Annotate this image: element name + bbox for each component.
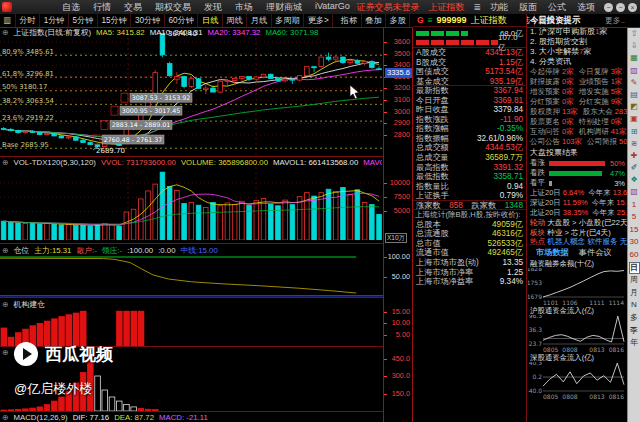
menu-选项[interactable]: 选项 [577,1,595,14]
minimize-button[interactable]: − [604,3,613,12]
pattern-view-icon[interactable]: ▨ [629,65,640,77]
menu-iVatarGo[interactable]: iVatarGo [315,1,350,14]
period-日线[interactable]: 日线 [198,14,222,27]
period-周线[interactable]: 周线 [223,14,247,27]
panel-icon[interactable]: ▣ [629,113,640,125]
quote-row-上海市场市净率[interactable]: 上海市场市净率1.25 [413,268,526,278]
tip-row-2[interactable]: 2. 股指期货交割 [528,37,627,47]
stat-row-股票更名[interactable]: 股票更名0家特别处理0家 [528,117,627,127]
grid-view-icon[interactable]: ▦ [629,52,640,64]
stat-row-分红预案[interactable]: 分红预案0家分红实施9家 [528,97,627,107]
draw-icon[interactable]: ✎ [629,77,640,89]
side-period-1[interactable]: 1 [629,199,640,212]
quote-row-基金成交[interactable]: 基金成交935.19亿 [413,77,526,87]
stat-row-财报披露[interactable]: 财报披露0家业绩预告1家 [528,77,627,87]
quote-row-总股本[interactable]: 总股本49059亿 [413,220,526,230]
theme-icon[interactable]: ❖ [629,174,640,186]
scroll-down-icon[interactable]: ⇩ [629,40,640,52]
restore-button[interactable]: − [616,3,625,12]
quote-row-B股成交[interactable]: B股成交1.15亿 [413,58,526,68]
perf-row-上证20日[interactable]: 上证20日6.64%今年来13.61% [528,188,627,198]
menu-市场[interactable]: 市场 [235,1,253,14]
quote-row-上海市场净益率[interactable]: 上海市场净益率9.34% [413,277,526,287]
login-status[interactable]: 证券交易未登录 [356,1,419,14]
side-period-N[interactable]: N [629,299,640,312]
period-60分钟[interactable]: 60分钟 [165,14,198,27]
side-period-30[interactable]: 30 [629,236,640,249]
indicator-toggle-icon[interactable]: ⊕ [2,246,9,256]
side-period-年[interactable]: 年 [629,337,640,350]
side-period-60[interactable]: 60 [629,249,640,262]
mini-chart-2[interactable]: 40.30.2-40.00805080808130816 [528,362,627,400]
quote-row-最低指数[interactable]: 最低指数3358.71 [413,172,526,182]
side-period-月[interactable]: 月 [629,287,640,300]
quote-row-总流通股[interactable]: 总流通股46316亿 [413,229,526,239]
add-window-icon[interactable]: ⊞ [629,126,640,138]
quote-row-流通市值[interactable]: 流通市值492465亿 [413,248,526,258]
side-period-多[interactable]: 多 [629,312,640,325]
list-view-icon[interactable]: ▤ [629,89,640,101]
more-link[interactable]: 更多.. [605,15,625,26]
side-period-5[interactable]: 5 [629,211,640,224]
stat-row-今起停牌[interactable]: 今起停牌2家今日复牌3家 [528,67,627,77]
side-period-日[interactable]: 日 [629,262,640,275]
advance-decline-row[interactable]: 涨家数858跌家数1348 [413,201,526,211]
quote-row-昨日收盘[interactable]: 昨日收盘3379.84 [413,105,526,115]
current-symbol-status[interactable]: 上证指数 [428,1,464,14]
crosshair-icon[interactable]: ✚ [629,150,640,162]
mini-chart-0[interactable]: 1828175316791101110611111114 [528,268,627,306]
layout-list-icon[interactable]: ≣ [473,2,481,12]
volume-chart[interactable] [0,167,383,240]
tip-row-1[interactable]: 1. 沪深可申购新股 1 家 [528,27,627,37]
menu-期权交易[interactable]: 期权交易 [155,1,191,14]
symbol-header[interactable]: G ≡ 999999 上证指数 [413,14,526,27]
menu-版面[interactable]: 版面 [519,1,537,14]
quote-row-总成交额[interactable]: 总成交额4344.53亿 [413,143,526,153]
quote-row-指数涨幅[interactable]: 指数涨幅-0.35% [413,124,526,134]
menu-自选[interactable]: 自选 [62,1,80,14]
tool-多股[interactable]: 多股 [386,14,410,27]
menu-公式[interactable]: 公式 [548,1,566,14]
shade-icon[interactable]: ▧ [629,186,640,198]
perf-row-深证20日[interactable]: 深证20日11.59%今年来15.89% [528,198,627,208]
tip-row-4[interactable]: 4. 分类资讯 [528,57,627,67]
stat-row-公司公告[interactable]: 公司公告103家公司简报50家 [528,137,627,147]
side-period-15[interactable]: 15 [629,224,640,237]
stat-row-股权质押[interactable]: 股权质押13家股东大会283家 [528,107,627,117]
quote-row-最新指数[interactable]: 最新指数3367.94 [413,86,526,96]
close-button[interactable]: × [628,3,637,12]
rotation-row-板块[interactable]: 板块种业 > 芯片(已4天) [528,228,627,238]
menu-理财商城[interactable]: 理财商城 [266,1,302,14]
rotation-row-轮动[interactable]: 轮动大盘股 > 小盘股(已22天) [528,218,627,228]
quote-row-指数涨跌[interactable]: 指数涨跌-11.90 [413,115,526,125]
period-1分钟[interactable]: 1分钟 [40,14,69,27]
stat-row-增发预案[interactable]: 增发预案0家增发实施5家 [528,87,627,97]
indicator-toggle-icon[interactable]: ⊕ [2,158,9,168]
window-split-icon[interactable]: ▥ [0,14,16,27]
period-15分钟[interactable]: 15分钟 [98,14,131,27]
period-分时[interactable]: 分时 [16,14,40,27]
indicator-toggle-icon[interactable]: ⊕ [2,300,9,310]
quote-row-A股成交[interactable]: A股成交4341.13亿 [413,48,526,58]
split-view-icon[interactable]: ◩ [629,101,640,113]
perf-row-北证20日[interactable]: 北证20日38.35%今年来25.11% [528,208,627,218]
wave-icon[interactable]: ≋ [629,138,640,150]
period-更多>[interactable]: 更多> [304,14,333,27]
candlestick-chart[interactable]: 80.9% 3485.6161.8% 3296.8150% 3180.1738.… [0,28,383,155]
pencil-icon[interactable]: ✐ [629,162,640,174]
indicator-toggle-icon[interactable]: ⊕ [2,348,9,358]
menu-发现[interactable]: 发现 [204,1,222,14]
quote-row-最高指数[interactable]: 最高指数3391.32 [413,163,526,173]
indicator-toggle-icon[interactable]: ⊕ [2,28,9,38]
quote-row-上海市场市盈(动)[interactable]: 上海市场市盈(动)13.35 [413,258,526,268]
tab-market-data[interactable]: 市场数据 [536,247,569,259]
menu-行情[interactable]: 行情 [93,1,111,14]
quote-row-指数量比[interactable]: 指数量比0.94 [413,182,526,192]
tool-指标[interactable]: 指标 [337,14,361,27]
period-多周期[interactable]: 多周期 [272,14,305,27]
menu-交易[interactable]: 交易 [124,1,142,14]
quote-row-今日开盘[interactable]: 今日开盘3369.81 [413,96,526,106]
side-period-季[interactable]: 季 [629,325,640,338]
menu-功能[interactable]: 功能 [490,1,508,14]
quote-row-国债成交[interactable]: 国债成交5173.54亿 [413,67,526,77]
